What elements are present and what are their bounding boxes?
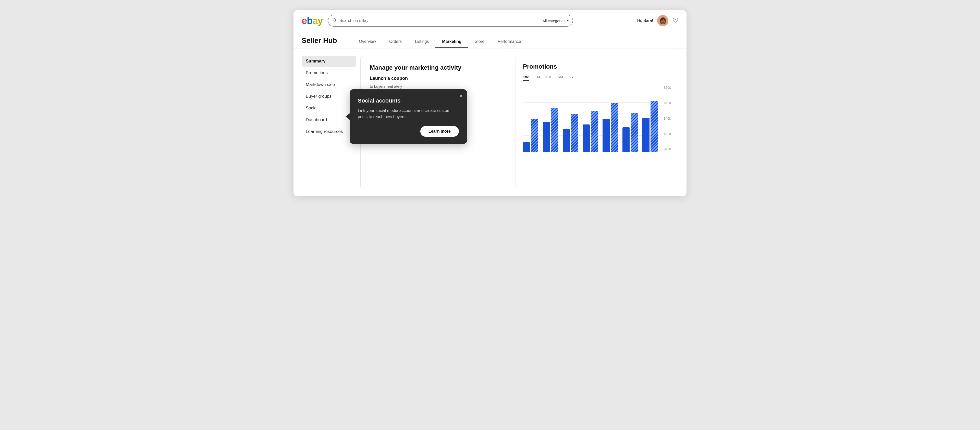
bar-group-7 [642, 101, 658, 152]
sidebar-item-markdown-sale[interactable]: Markdown sale [302, 79, 356, 90]
bar-group-4 [583, 111, 598, 152]
bar-hatched-7 [651, 101, 658, 152]
bar-group-6 [622, 113, 638, 152]
header: ebay All categories ▾ Hi, Sara! 👩🏾 ♡ [293, 10, 687, 32]
social-accounts-popup: × Social accounts Link your social media… [350, 89, 467, 144]
greeting-text: Hi, Sara! [637, 18, 653, 23]
categories-dropdown[interactable]: All categories ▾ [542, 19, 569, 23]
popup-title: Social accounts [358, 97, 459, 104]
learn-more-button[interactable]: Learn more [420, 126, 459, 137]
search-divider [539, 17, 539, 24]
logo-a: a [312, 15, 318, 26]
nav-tabs: Overview Orders Listings Marketing Store… [352, 37, 528, 48]
search-bar[interactable]: All categories ▾ [328, 15, 573, 27]
time-tabs: 1W 1M 3M 6M 1Y [523, 75, 671, 81]
bar-solid-1 [523, 142, 530, 152]
gridline-50k [523, 102, 658, 103]
bar-hatched-5 [611, 103, 618, 152]
promotions-card: Promotions 1W 1M 3M 6M 1Y [515, 56, 678, 189]
chart-area: $60k $50k $40k $30k $20k [523, 86, 671, 152]
header-right: Hi, Sara! 👩🏾 ♡ [637, 15, 678, 26]
bar-hatched-2 [551, 108, 558, 152]
search-input[interactable] [339, 18, 535, 23]
browser-window: ebay All categories ▾ Hi, Sara! 👩🏾 ♡ Sel… [293, 10, 687, 197]
tab-overview[interactable]: Overview [352, 37, 383, 48]
chart-y-labels: $60k $50k $40k $30k $20k [664, 86, 671, 152]
time-tab-1w[interactable]: 1W [523, 75, 529, 81]
bar-group-5 [603, 103, 618, 152]
bar-solid-5 [603, 119, 610, 152]
y-label-40k: $40k [664, 117, 671, 121]
tab-marketing[interactable]: Marketing [435, 37, 468, 48]
svg-line-1 [335, 21, 336, 22]
logo-y: y [318, 15, 323, 26]
y-label-20k: $20k [664, 147, 671, 151]
logo-b: b [307, 15, 312, 26]
sidebar-item-social[interactable]: Social [302, 103, 356, 114]
y-label-30k: $30k [664, 132, 671, 136]
marketing-card-body: to buyers, eat ately [370, 84, 498, 89]
bar-hatched-6 [631, 113, 638, 152]
sidebar-item-buyer-groups[interactable]: Buyer groups [302, 91, 356, 102]
bar-group-2 [543, 108, 558, 152]
bar-group-1 [523, 119, 538, 152]
time-tab-1y[interactable]: 1Y [569, 75, 574, 81]
categories-label: All categories [542, 19, 566, 23]
bar-solid-2 [543, 122, 550, 152]
bar-group-3 [563, 114, 578, 152]
bar-hatched-3 [571, 114, 578, 152]
promotions-title: Promotions [523, 63, 671, 70]
tab-store[interactable]: Store [468, 37, 491, 48]
seller-hub-nav: Seller Hub Overview Orders Listings Mark… [293, 32, 687, 48]
bar-hatched-4 [591, 111, 598, 152]
popup-close-button[interactable]: × [459, 94, 463, 99]
tab-orders[interactable]: Orders [383, 37, 408, 48]
tab-performance[interactable]: Performance [491, 37, 528, 48]
seller-hub-title: Seller Hub [302, 36, 337, 48]
marketing-card-title: Manage your marketing activity [370, 64, 498, 71]
bar-solid-4 [583, 124, 590, 152]
ebay-logo[interactable]: ebay [302, 15, 323, 26]
popup-body: Link your social media accounts and crea… [358, 108, 459, 120]
avatar[interactable]: 👩🏾 [657, 15, 668, 26]
time-tab-1m[interactable]: 1M [535, 75, 540, 81]
sidebar-item-learning-resources[interactable]: Learning resources [302, 126, 356, 137]
wishlist-icon[interactable]: ♡ [673, 17, 678, 25]
popup-arrow [345, 113, 350, 120]
sidebar-item-summary[interactable]: Summary [302, 56, 356, 67]
main-content: Summary Promotions Markdown sale Buyer g… [293, 48, 687, 197]
time-tab-3m[interactable]: 3M [546, 75, 552, 81]
y-label-50k: $50k [664, 101, 671, 105]
logo-e: e [302, 15, 307, 26]
bar-solid-3 [563, 129, 570, 152]
tab-listings[interactable]: Listings [408, 37, 435, 48]
svg-point-0 [333, 19, 336, 21]
time-tab-6m[interactable]: 6M [558, 75, 563, 81]
bar-hatched-1 [531, 119, 538, 152]
search-icon [332, 18, 337, 24]
gridline-60k [523, 86, 658, 86]
marketing-card-subtitle: Launch a coupon [370, 76, 498, 81]
bar-solid-7 [642, 118, 649, 152]
chevron-down-icon: ▾ [567, 19, 569, 22]
sidebar-item-promotions[interactable]: Promotions [302, 67, 356, 79]
bar-solid-6 [622, 127, 630, 152]
y-label-60k: $60k [664, 86, 671, 89]
